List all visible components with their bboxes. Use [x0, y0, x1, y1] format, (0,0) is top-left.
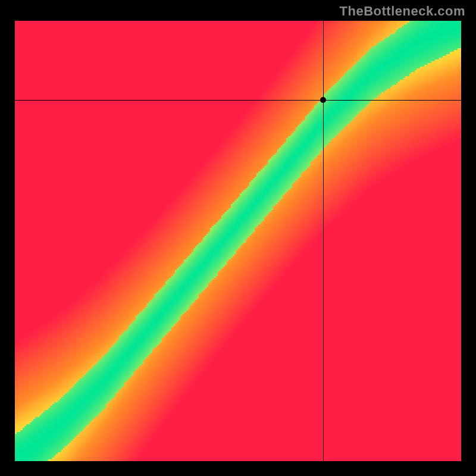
crosshair-horizontal	[15, 100, 461, 101]
watermark-text: TheBottleneck.com	[340, 4, 465, 19]
chart-frame: TheBottleneck.com	[0, 0, 476, 476]
heatmap-canvas	[15, 21, 461, 461]
heatmap-plot	[15, 21, 461, 461]
crosshair-vertical	[323, 21, 324, 461]
selection-marker-dot	[320, 97, 326, 103]
